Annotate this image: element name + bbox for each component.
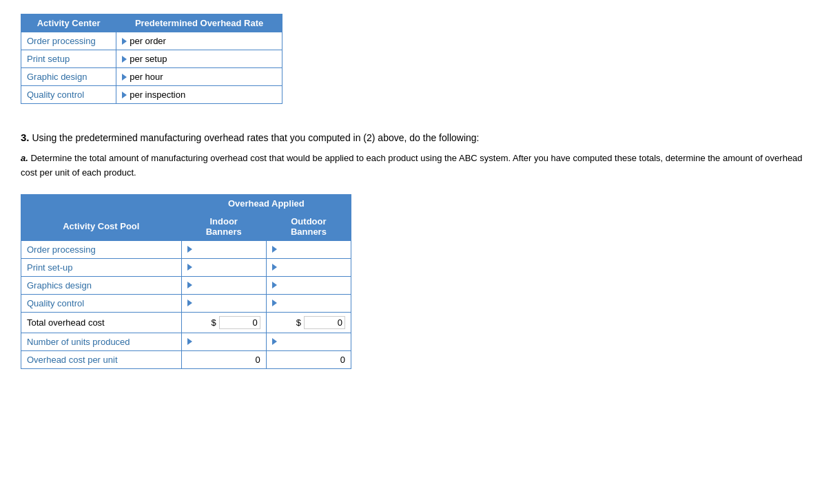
top-table-section: Activity Center Predetermined Overhead R…	[21, 14, 812, 104]
outdoor-banners-header: OutdoorBanners	[266, 212, 351, 240]
top-table-header-rate: Predetermined Overhead Rate	[116, 14, 282, 32]
overhead-applied-header: Overhead Applied	[181, 194, 351, 212]
table-row: Print setupper setup	[21, 50, 282, 68]
cpu-indoor-cell[interactable]: 0	[181, 350, 266, 368]
cpu-label-cell: Overhead cost per unit	[21, 350, 182, 368]
units-produced-row: Number of units produced	[21, 333, 351, 350]
activity-cell: Print setup	[21, 50, 116, 68]
cpu-outdoor-value[interactable]: 0	[272, 355, 345, 365]
arrow-icon	[122, 74, 127, 81]
corner-header	[21, 194, 182, 212]
activity-cell: Order processing	[21, 32, 116, 50]
question-3-label: 3.	[21, 132, 30, 143]
outdoor-cell[interactable]	[266, 294, 351, 312]
indoor-banners-header: IndoorBanners	[181, 212, 266, 240]
activity-pool-cell: Quality control	[21, 294, 182, 312]
activity-cost-pool-header: Activity Cost Pool	[21, 212, 182, 240]
units-indoor-cell[interactable]	[181, 333, 266, 350]
arrow-icon	[187, 282, 192, 288]
table-row: Quality controlper inspection	[21, 86, 282, 104]
activity-cell: Graphic design	[21, 68, 116, 86]
units-outdoor-cell[interactable]	[266, 333, 351, 350]
arrow-icon	[122, 38, 127, 45]
activity-pool-cell: Order processing	[21, 240, 182, 258]
arrow-icon	[272, 338, 277, 345]
top-table-header-activity: Activity Center	[21, 14, 116, 32]
table-row: Graphic designper hour	[21, 68, 282, 86]
question-a-text: a. Determine the total amount of manufac…	[21, 151, 812, 180]
total-overhead-row: Total overhead cost$0$0	[21, 312, 351, 333]
arrow-icon	[122, 92, 127, 98]
arrow-icon	[272, 282, 277, 288]
table-row: Quality control	[21, 294, 351, 312]
activity-overhead-table: Activity Center Predetermined Overhead R…	[21, 14, 282, 104]
cpu-indoor-value[interactable]: 0	[187, 355, 260, 365]
total-outdoor-cell[interactable]: $0	[266, 312, 351, 333]
outdoor-cell[interactable]	[266, 276, 351, 294]
rate-cell: per setup	[116, 50, 282, 68]
table-row: Order processingper order	[21, 32, 282, 50]
arrow-icon	[272, 264, 277, 271]
total-indoor-cell[interactable]: $0	[181, 312, 266, 333]
outdoor-cell[interactable]	[266, 240, 351, 258]
question-3-section: 3. Using the predetermined manufacturing…	[21, 132, 812, 180]
table-row: Print set-up	[21, 258, 351, 276]
arrow-icon	[122, 56, 127, 63]
rate-cell: per inspection	[116, 86, 282, 104]
overhead-applied-table: Overhead Applied Activity Cost Pool Indo…	[21, 194, 351, 369]
arrow-icon	[187, 300, 192, 306]
indoor-cell[interactable]	[181, 276, 266, 294]
arrow-icon	[272, 300, 277, 306]
overhead-cost-per-unit-row: Overhead cost per unit00	[21, 350, 351, 368]
indoor-cell[interactable]	[181, 258, 266, 276]
question-3-body: Using the predetermined manufacturing ov…	[30, 132, 480, 143]
total-outdoor-value[interactable]: 0	[304, 316, 345, 329]
activity-cell: Quality control	[21, 86, 116, 104]
rate-cell: per hour	[116, 68, 282, 86]
activity-pool-cell: Graphics design	[21, 276, 182, 294]
question-a-body: Determine the total amount of manufactur…	[21, 153, 803, 178]
question-a-label: a.	[21, 153, 28, 163]
arrow-icon	[187, 338, 192, 345]
total-indoor-value[interactable]: 0	[219, 316, 260, 329]
cpu-outdoor-cell[interactable]: 0	[266, 350, 351, 368]
total-label-cell: Total overhead cost	[21, 312, 182, 333]
table-row: Order processing	[21, 240, 351, 258]
arrow-icon	[187, 246, 192, 253]
activity-pool-cell: Print set-up	[21, 258, 182, 276]
units-label-cell: Number of units produced	[21, 333, 182, 350]
outdoor-cell[interactable]	[266, 258, 351, 276]
indoor-cell[interactable]	[181, 294, 266, 312]
rate-cell: per order	[116, 32, 282, 50]
bottom-table-section: Overhead Applied Activity Cost Pool Indo…	[21, 194, 812, 369]
table-row: Graphics design	[21, 276, 351, 294]
question-3-text: 3. Using the predetermined manufacturing…	[21, 132, 812, 143]
indoor-cell[interactable]	[181, 240, 266, 258]
arrow-icon	[187, 264, 192, 271]
arrow-icon	[272, 246, 277, 253]
